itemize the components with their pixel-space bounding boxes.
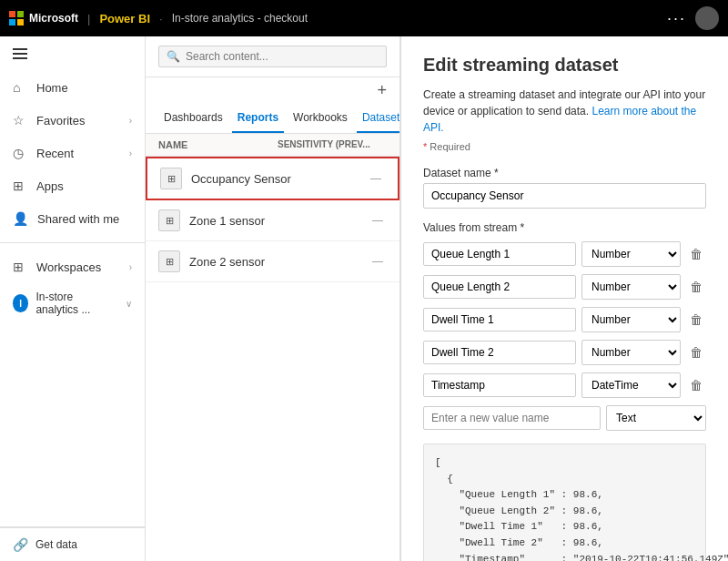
stream-field-5-input[interactable] [423, 373, 576, 397]
stream-field-2-input[interactable] [423, 275, 576, 299]
sidebar-bottom: 🔗 Get data [0, 526, 145, 561]
dataset-dash-zone2: — [369, 255, 387, 268]
chevron-down-icon: ∨ [126, 299, 132, 309]
dataset-name-occupancy: Occupancy Sensor [191, 172, 358, 186]
panel-content: Edit streaming dataset Create a streamin… [401, 36, 728, 561]
apps-icon: ⊞ [13, 178, 27, 193]
workspaces-icon: ⊞ [13, 260, 27, 274]
panel-title: Edit streaming dataset [423, 55, 706, 76]
dataset-name-zone2: Zone 2 sensor [189, 255, 359, 269]
dataset-icon-zone2: ⊞ [158, 250, 180, 272]
required-note: * Required [423, 141, 706, 152]
search-icon: 🔍 [167, 50, 180, 63]
dataset-item-zone2[interactable]: ⊞ Zone 2 sensor — [146, 241, 399, 282]
sidebar-item-favorites[interactable]: ☆ Favorites › [0, 104, 145, 137]
panel-description: Create a streaming dataset and integrate… [423, 87, 706, 136]
sidebar-workspace-item[interactable]: I In-store analytics ... ∨ [0, 283, 145, 323]
dataset-dash-occupancy: — [367, 172, 385, 185]
search-box[interactable]: 🔍 [158, 46, 387, 67]
stream-field-4-delete[interactable]: 🗑 [686, 343, 706, 362]
home-icon: ⌂ [13, 80, 27, 95]
stream-field-3-input[interactable] [423, 308, 576, 332]
table-header: NAME SENSITIVITY (PREV... [146, 134, 399, 157]
dataset-list: ⊞ Occupancy Sensor — ⊞ Zone 1 sensor — ⊞… [146, 157, 399, 561]
sidebar-item-recent[interactable]: ◷ Recent › [0, 137, 145, 169]
user-avatar[interactable] [695, 6, 719, 30]
sidebar-item-shared[interactable]: 👤 Shared with me [0, 202, 145, 235]
right-panel: Edit streaming dataset Create a streamin… [400, 36, 728, 561]
topbar-right: ··· [667, 6, 719, 30]
add-content-button[interactable]: + [377, 81, 387, 100]
stream-row-1: NumberTextDateTimeBoolean 🗑 [423, 241, 706, 267]
topbar-more-button[interactable]: ··· [667, 9, 686, 28]
sidebar-item-home[interactable]: ⌂ Home [0, 71, 145, 104]
sidebar-item-workspaces[interactable]: ⊞ Workspaces › [0, 250, 145, 283]
chevron-right-icon2: › [129, 148, 132, 158]
microsoft-logo [9, 11, 24, 26]
stream-field-1-input[interactable] [423, 242, 576, 266]
sidebar-item-favorites-label: Favorites [36, 114, 120, 128]
new-field-type[interactable]: TextNumberDateTimeBoolean [606, 405, 706, 431]
sidebar-item-recent-label: Recent [36, 147, 120, 160]
topbar: Microsoft | Power BI · In-store analytic… [0, 0, 728, 36]
stream-row-5: NumberTextDateTimeBoolean 🗑 [423, 372, 706, 398]
shared-icon: 👤 [13, 211, 28, 226]
stream-label: Values from stream * [423, 221, 706, 234]
get-data-label: Get data [35, 538, 77, 551]
topbar-brand: Microsoft [29, 12, 78, 25]
json-preview: [ { "Queue Length 1" : 98.6, "Queue Leng… [423, 444, 706, 561]
chevron-right-icon3: › [129, 262, 132, 272]
tab-workbooks[interactable]: Workbooks [288, 104, 353, 133]
stream-field-3-delete[interactable]: 🗑 [686, 311, 706, 329]
topbar-title: In-store analytics - checkout [172, 12, 308, 25]
tab-reports[interactable]: Reports [232, 104, 284, 133]
main-layout: ⌂ Home ☆ Favorites › ◷ Recent › ⊞ Apps 👤… [0, 36, 728, 561]
stream-field-4-type[interactable]: NumberTextDateTimeBoolean [581, 340, 681, 365]
stream-values-group: Values from stream * NumberTextDateTimeB… [423, 221, 706, 431]
dataset-name-group: Dataset name * [423, 167, 706, 209]
left-panel: 🔍 + Dashboards Reports Workbooks [146, 36, 400, 561]
topbar-divider2: · [159, 12, 163, 26]
stream-field-3-type[interactable]: NumberTextDateTimeBoolean [581, 307, 681, 332]
stream-row-3: NumberTextDateTimeBoolean 🗑 [423, 307, 706, 332]
sidebar-item-apps[interactable]: ⊞ Apps [0, 169, 145, 202]
sidebar: ⌂ Home ☆ Favorites › ◷ Recent › ⊞ Apps 👤… [0, 36, 146, 561]
sidebar-item-shared-label: Shared with me [37, 212, 132, 226]
sidebar-item-workspaces-label: Workspaces [36, 260, 120, 274]
topbar-product: Power BI [99, 12, 150, 26]
dataset-item-zone1[interactable]: ⊞ Zone 1 sensor — [146, 200, 399, 241]
search-input[interactable] [186, 50, 379, 63]
dataset-name-label: Dataset name * [423, 167, 706, 179]
stream-field-2-type[interactable]: NumberTextDateTimeBoolean [581, 274, 681, 300]
new-field-input[interactable] [423, 406, 601, 430]
recent-icon: ◷ [13, 146, 27, 160]
chevron-right-icon: › [129, 116, 132, 126]
stream-field-1-type[interactable]: NumberTextDateTimeBoolean [581, 241, 681, 267]
dataset-name-zone1: Zone 1 sensor [189, 214, 359, 228]
get-data-button[interactable]: 🔗 Get data [0, 527, 145, 561]
sidebar-item-apps-label: Apps [36, 179, 132, 193]
stream-field-5-delete[interactable]: 🗑 [686, 376, 706, 394]
stream-row-2: NumberTextDateTimeBoolean 🗑 [423, 274, 706, 300]
sidebar-toggle[interactable] [0, 36, 145, 71]
stream-row-4: NumberTextDateTimeBoolean 🗑 [423, 340, 706, 365]
topbar-divider: | [87, 12, 90, 26]
stream-row-new: TextNumberDateTimeBoolean [423, 405, 706, 431]
col-sensitivity-header: SENSITIVITY (PREV... [278, 139, 387, 150]
tab-datasets[interactable]: Datasets [357, 104, 400, 133]
stream-field-5-type[interactable]: NumberTextDateTimeBoolean [581, 372, 681, 398]
content-area: 🔍 + Dashboards Reports Workbooks [146, 36, 728, 561]
tab-dashboards[interactable]: Dashboards [158, 104, 228, 133]
get-data-icon: 🔗 [13, 537, 28, 552]
dataset-item-occupancy[interactable]: ⊞ Occupancy Sensor — [146, 157, 399, 200]
dataset-icon: ⊞ [160, 168, 182, 189]
dataset-name-input[interactable] [423, 183, 706, 209]
stream-field-4-input[interactable] [423, 341, 576, 364]
stream-field-2-delete[interactable]: 🗑 [686, 278, 706, 296]
favorites-icon: ☆ [13, 113, 27, 128]
topbar-logo: Microsoft | Power BI · In-store analytic… [9, 11, 308, 26]
left-panel-header: 🔍 [146, 36, 399, 77]
dataset-icon-zone1: ⊞ [158, 209, 180, 231]
stream-field-1-delete[interactable]: 🗑 [686, 245, 706, 263]
workspace-name: In-store analytics ... [35, 291, 118, 316]
